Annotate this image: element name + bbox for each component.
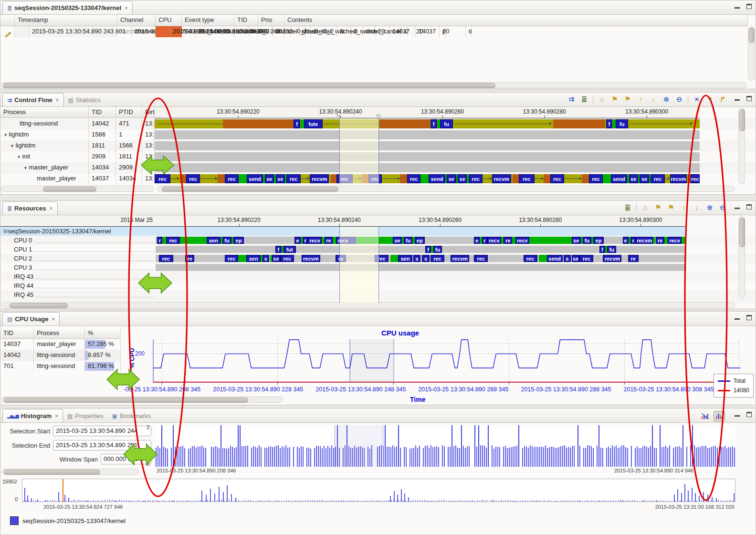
minimize-button[interactable] [735,96,740,101]
search-row[interactable]: <srch><srch><srch><srch><srch><srch><src… [0,26,15,37]
minimize-button[interactable] [735,204,740,209]
timeline-row[interactable]: recrecrecsendseserecrecvmrecrecrecsendse… [155,173,700,184]
close-icon[interactable]: × [125,5,128,11]
tab-control-flow[interactable]: ⇉ Control Flow × [2,93,64,106]
column-header-tid[interactable]: TID [234,15,258,26]
column-header-cpu[interactable]: CPU [156,15,182,26]
close-icon[interactable]: × [50,205,53,212]
reset-time-icon[interactable]: ⌂ [598,95,606,104]
minimize-button[interactable] [735,4,740,9]
maximize-button[interactable] [746,204,752,210]
hide-arrows-icon[interactable]: × [693,95,701,104]
hide-lost-events-icon[interactable] [699,411,711,421]
maximize-button[interactable] [746,4,752,9]
zoom-out-icon[interactable]: ⊖ [718,203,727,212]
reset-time-icon[interactable]: ⌂ [641,203,650,212]
expander-icon[interactable]: ▼ [17,155,22,159]
timeline-time-axis[interactable]: 13:30:54.89022013:30:54.89024013:30:54.8… [156,215,686,227]
zoom-in-icon[interactable]: ⊕ [662,95,671,104]
selection-end-input[interactable]: 2015-03-25 13:30:54.890 251 [53,440,151,451]
previous-marker-icon[interactable]: ⚑ [610,95,619,104]
timeline-row[interactable] [156,281,686,290]
move-up-icon[interactable]: ↑ [636,95,645,104]
timeline-row[interactable] [156,290,686,299]
follow-next-icon[interactable]: ↱ [718,95,727,104]
timeline-row[interactable]: rrecsenfueperrecvrerecvsefueperrecvrerec… [156,236,686,245]
table-row[interactable]: 2015-03-25 13:30:54.890 244 200channel0_… [156,26,182,37]
column-header[interactable] [0,15,15,26]
window-span-input[interactable]: 000.000 106 6 [101,454,151,464]
align-views-icon[interactable]: ⇉ [567,95,576,104]
selection-start-input[interactable]: 2015-03-25 13:30:54.890 244 [53,426,151,436]
timeline-row[interactable]: recrerecsensserecrecvmrerecsenssrecrecvm… [156,254,686,263]
close-icon[interactable]: × [52,316,55,323]
histogram-hscrollbar[interactable] [1,469,139,475]
timeline-time-axis[interactable]: 13:30:54.89022013:30:54.89024013:30:54.8… [155,107,700,118]
move-up-icon[interactable]: ↑ [680,203,688,212]
tab-events[interactable]: ≣ seqSession-20150325-133047/kernel × [2,1,133,14]
column-header-%[interactable]: % [85,328,121,339]
table-row[interactable]: 2015-03-25 13:30:54.890 244 732channel0_… [182,26,234,37]
timeline-row[interactable] [156,263,686,272]
column-header-timestamp[interactable]: Timestamp [15,15,117,26]
zoom-out-icon[interactable]: ⊖ [675,95,683,104]
window-histogram[interactable] [156,425,735,467]
events-hscrollbar[interactable] [1,82,747,88]
zoom-in-icon[interactable]: ⊕ [705,203,714,212]
timeline-row[interactable]: ffuteffuffu [155,118,700,129]
tab-cpu-usage[interactable]: ▤ CPU Usage × [2,312,60,325]
next-marker-icon[interactable]: ⚑ [667,203,675,212]
tab-resources[interactable]: ≣ Resources × [2,201,58,215]
maximize-button[interactable] [746,315,752,320]
cf-vscrollbar[interactable] [738,108,745,184]
table-row[interactable]: 2015-03-25 13:30:54.890 244 010channel0_… [117,26,156,37]
show-traces-icon[interactable] [714,411,725,421]
timeline-row[interactable] [155,162,700,173]
column-header-prio[interactable]: Prio [258,15,284,26]
tab-statistics[interactable]: ▤ Statistics [64,94,105,106]
timeline-row[interactable] [156,272,686,281]
expander-icon[interactable]: ▼ [3,133,9,137]
tab-bookmarks[interactable]: ▣ Bookmarks [108,409,155,422]
expander-icon[interactable]: ▼ [23,166,29,170]
table-row[interactable]: 14042lttng-sessiond8.857 % [0,350,121,361]
cf-tree-hscrollbar[interactable] [0,186,154,192]
show-legend-icon[interactable]: ≣ [580,95,588,104]
move-down-icon[interactable]: ↓ [649,95,658,104]
timeline-row[interactable] [155,129,700,140]
timeline-row[interactable]: ffutffuffu [156,245,686,254]
maximize-button[interactable] [746,412,752,417]
show-legend-icon[interactable]: ≣ [623,203,632,212]
column-header-process[interactable]: Process [0,107,89,118]
timeline-row[interactable] [155,140,700,151]
tab-properties[interactable]: ▤ Properties [63,409,108,422]
column-header-ptid[interactable]: PTID [116,107,142,118]
column-header-channel[interactable]: Channel [117,15,156,26]
cpu-usage-chart[interactable]: CPU usage% CPU200-03-25 13:30:54.890 208… [124,327,752,403]
previous-marker-icon[interactable]: ⚑ [654,203,662,212]
move-down-icon[interactable]: ↓ [693,203,701,212]
close-icon[interactable]: × [56,97,59,104]
tab-histogram[interactable]: ▂▅▃▆ Histogram × [2,409,63,422]
timeline-row[interactable] [155,151,700,162]
cf-timeline-hscrollbar[interactable] [157,186,735,192]
expander-icon[interactable]: ▼ [10,144,15,148]
table-row[interactable]: 701lttng-sessiond81.796 % [0,361,121,372]
table-row[interactable]: 14037master_player57.285 % [0,339,121,350]
maximize-button[interactable] [746,96,752,101]
column-header-event-type[interactable]: Event type [182,15,234,26]
column-header-contents[interactable]: Contents [284,15,748,26]
minimize-button[interactable] [735,412,740,417]
column-header-tid[interactable]: TID [0,328,34,339]
close-icon[interactable]: × [55,413,58,420]
minimize-button[interactable] [735,315,740,320]
next-marker-icon[interactable]: ⚑ [623,95,632,104]
collapse-icon[interactable]: ⊟ [3,228,8,234]
full-range-histogram[interactable] [22,479,735,502]
events-vscrollbar[interactable] [748,26,755,81]
column-header-tid[interactable]: TID [89,107,116,118]
table-row[interactable]: 2015-03-25 13:30:54.890 243 801channel0_… [15,26,117,37]
column-header-process[interactable]: Process [34,328,85,339]
column-header-birt[interactable]: Birt [142,107,155,118]
follow-prev-icon[interactable]: ↰ [705,95,714,104]
